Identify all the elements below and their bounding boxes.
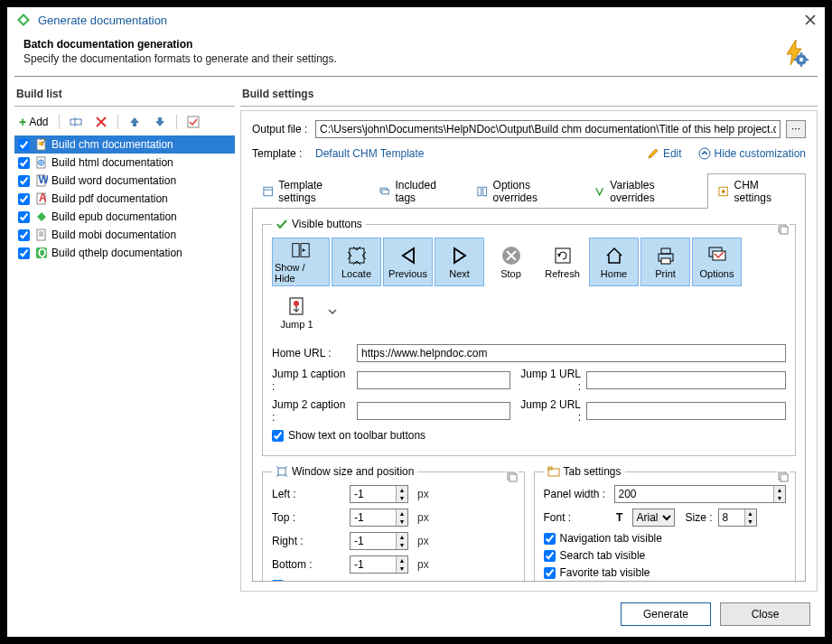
jump1-caption-input[interactable] [357,371,510,389]
build-item-label: Build qthelp documentation [51,247,182,259]
arrow-down-icon [154,116,166,128]
show-text-label: Show text on toolbar buttons [288,429,425,442]
show-text-row: Show text on toolbar buttons [272,429,786,442]
top-spinner[interactable]: ▲▼ [350,509,408,527]
left-spinner[interactable]: ▲▼ [350,485,408,503]
tab-options-overrides[interactable]: Options overrides [466,173,584,209]
rename-icon [70,116,82,128]
tab-template-settings[interactable]: Template settings [252,173,369,209]
move-down-button[interactable] [149,113,171,131]
close-icon[interactable] [805,14,816,25]
nav-tab-checkbox[interactable] [544,533,556,545]
vb-refresh[interactable]: Refresh [538,238,587,286]
window-size-legend: Window size and position [272,465,417,478]
check-icon [187,116,200,128]
hide-customization-link[interactable]: Hide customization [698,147,806,160]
vb-next[interactable]: Next [435,238,484,286]
svg-marker-12 [155,117,164,126]
rename-button[interactable] [65,113,87,131]
build-item-word[interactable]: WBuild word documentation [14,172,235,190]
show-text-checkbox[interactable] [272,430,284,442]
home-url-input[interactable] [357,344,786,362]
jump2-url-label: Jump 2 URL : [516,398,581,424]
vb-icon [449,245,471,266]
output-file-input[interactable] [315,120,781,138]
header-title: Batch documentation generation [23,38,780,51]
jump2-caption-input[interactable] [357,402,510,420]
resize-icon [276,465,288,478]
build-item-mobi[interactable]: Build mobi documentation [14,226,235,244]
vb-stop[interactable]: Stop [486,238,536,286]
tab-included-tags[interactable]: Included tags [369,173,466,209]
build-item-epub[interactable]: Build epub documentation [14,208,235,226]
tab-icon [379,185,390,198]
svg-rect-49 [661,258,670,264]
build-item-checkbox[interactable] [18,139,30,151]
output-file-label: Output file : [252,123,310,135]
close-button[interactable]: Close [720,602,810,626]
svg-rect-56 [509,474,517,481]
vb-options[interactable]: Options [692,238,742,286]
build-item-checkbox[interactable] [18,157,30,169]
vb-show-hide[interactable]: Show / Hide [272,238,330,286]
jump2-url-input[interactable] [586,402,786,420]
template-row: Template : Default CHM Template Edit Hid… [252,147,806,160]
tab-icon [717,185,729,198]
jump1-row: Jump 1 caption : Jump 1 URL : [272,368,786,393]
generate-button[interactable]: Generate [621,602,711,626]
jump1-url-input[interactable] [586,371,786,389]
save-user-checkbox[interactable] [272,580,284,583]
vb-jump-1[interactable]: Jump 1 [272,288,322,337]
template-link[interactable]: Default CHM Template [315,147,425,160]
move-up-button[interactable] [124,113,145,131]
svg-text:W: W [39,174,49,186]
vb-icon [397,245,419,266]
vb-previous[interactable]: Previous [383,238,433,286]
edit-link[interactable]: Edit [647,147,682,160]
font-select[interactable]: Arial [632,509,675,527]
restore-icon[interactable] [777,471,790,483]
vb-icon [655,245,677,266]
fav-tab-checkbox[interactable] [544,567,556,579]
add-button[interactable]: + Add [14,112,53,132]
vb-icon [603,245,625,266]
vb-print[interactable]: Print [640,238,690,286]
check-all-button[interactable] [182,113,204,131]
tab-chm-settings[interactable]: CHM settings [707,173,806,209]
vb-icon [290,240,312,260]
vb-home[interactable]: Home [589,238,639,286]
build-item-qthelp[interactable]: QtBuild qthelp documentation [14,244,235,262]
visible-buttons-row: Show / HideLocatePreviousNextStopRefresh… [272,238,786,337]
search-tab-checkbox[interactable] [544,550,556,562]
restore-icon[interactable] [506,471,519,483]
vb-locate[interactable]: Locate [332,238,381,286]
build-item-checkbox[interactable] [18,247,30,259]
tab-variables-overrides[interactable]: Variables overrides [584,173,707,209]
panel-width-spinner[interactable]: ▲▼ [614,485,787,503]
tab-settings-fieldset: Tab settings Panel width : ▲▼ Font : T A… [534,465,797,582]
jump1-caption-label: Jump 1 caption : [272,368,351,393]
build-item-checkbox[interactable] [18,211,30,223]
titlebar: Generate documentation [7,7,825,33]
mobi-icon [35,229,48,241]
build-item-pdf[interactable]: ABuild pdf documentation [14,190,235,208]
browse-button[interactable]: ··· [786,120,806,138]
build-item-chm[interactable]: ?Build chm documentation [14,135,235,154]
build-item-checkbox[interactable] [18,193,30,205]
build-item-label: Build epub documentation [51,210,177,223]
svg-marker-23 [37,212,46,221]
size-label: Size : [686,511,713,524]
tab-icon [594,185,605,198]
size-spinner[interactable]: ▲▼ [718,509,757,527]
bottom-spinner[interactable]: ▲▼ [350,555,408,574]
header: Batch documentation generation Specify t… [7,33,825,76]
delete-button[interactable] [90,113,112,131]
chevron-down-icon[interactable] [327,306,338,320]
build-item-checkbox[interactable] [18,229,30,241]
right-spinner[interactable]: ▲▼ [350,532,408,550]
restore-icon[interactable] [777,223,790,236]
build-item-html[interactable]: Build html documentation [14,154,235,172]
bottom-fieldsets: Window size and position Left :▲▼pxTop :… [262,465,796,582]
build-item-checkbox[interactable] [18,175,30,187]
font-icon: T [614,511,627,524]
